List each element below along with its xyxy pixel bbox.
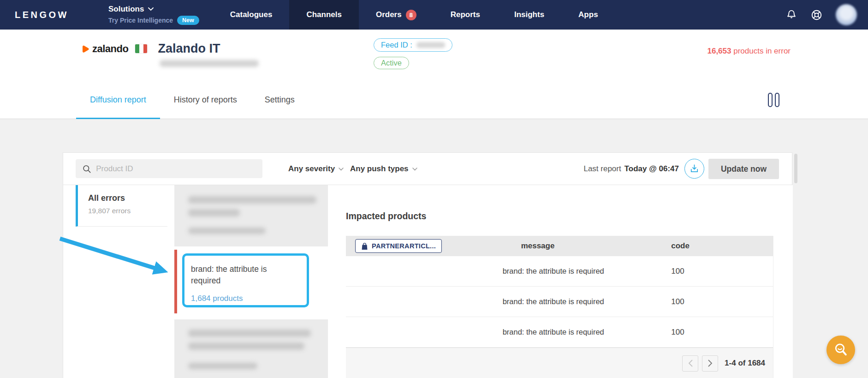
channel-header: zalando Zalando IT Feed ID : Active 16,6… [0,30,868,81]
blurred-error-text [188,330,311,337]
solutions-subtitle: Try Price Intelligence [108,17,173,24]
tabs-bar: Diffusion report History of reports Sett… [0,81,868,119]
product-column-selector[interactable]: PARTNERARTICL... [355,239,442,253]
error-suffix: products in error [733,47,791,55]
row-message: brand: the attribute is required [503,267,671,276]
table-pagination: 1-4 of 1684 [346,348,773,378]
zalando-play-icon [81,45,89,53]
row-code: 100 [670,297,773,306]
pagination-range: 1-4 of 1684 [725,359,765,368]
error-list: brand: the attribute is required 1,684 p… [174,185,329,378]
help-button[interactable] [810,9,823,21]
page-title: Zalando IT [158,42,220,56]
pause-icon [768,93,773,107]
download-report-button[interactable] [684,159,704,179]
impacted-products-table: PARTNERARTICL... message code brand: the… [346,236,773,378]
column-header-code: code [670,241,773,251]
nav-item-reports[interactable]: Reports [434,0,497,30]
main-nav: Solutions Try Price Intelligence New Cat… [95,0,615,30]
row-code: 100 [670,267,773,276]
nav-item-solutions[interactable]: Solutions Try Price Intelligence New [95,0,213,30]
lifesaver-icon [810,9,823,21]
search-box [76,159,262,178]
error-count: 16,653 [707,47,731,55]
impacted-products-heading: Impacted products [346,211,426,222]
search-icon [82,164,91,174]
error-card-title: brand: the attribute is required [191,264,297,287]
nav-item-channels[interactable]: Channels [289,0,359,30]
nav-item-orders[interactable]: Orders 8 [359,0,434,30]
navbar-right [785,0,868,30]
chevron-down-icon [339,168,344,171]
zalando-logo: zalando [81,43,128,55]
magnifier-smile-icon [833,342,849,358]
tab-diffusion-report[interactable]: Diffusion report [76,81,160,119]
row-message: brand: the attribute is required [503,297,671,306]
diffusion-report-panel: Any severity Any push types Last report … [63,152,792,378]
chevron-right-icon [708,360,713,367]
tab-history-of-reports[interactable]: History of reports [160,81,251,119]
scrollbar-thumb[interactable] [794,154,797,183]
tab-settings[interactable]: Settings [251,81,309,119]
new-badge: New [177,16,199,25]
product-id-search-input[interactable] [96,164,256,174]
chevron-left-icon [688,360,693,367]
row-code: 100 [670,328,773,337]
nav-item-apps[interactable]: Apps [561,0,615,30]
chevron-down-icon [148,7,154,11]
user-avatar[interactable] [836,4,857,25]
blurred-feed-id-value [416,42,445,48]
all-errors-count: 19,807 errors [88,207,167,215]
impacted-products-section: Impacted products PARTNERARTICL... messa… [329,185,793,378]
last-report-label: Last report [583,164,621,174]
blurred-error-text [188,209,240,216]
solutions-label: Solutions [108,5,144,14]
column-header-message: message [503,241,671,251]
italy-flag-icon [135,44,147,53]
filter-bar: Any severity Any push types Last report … [63,153,792,185]
nav-item-catalogues[interactable]: Catalogues [213,0,290,30]
table-header-row: PARTNERARTICL... message code [346,236,773,256]
severity-filter-dropdown[interactable]: Any severity [288,153,344,185]
shopping-bag-icon [361,242,368,250]
prev-page-button[interactable] [682,355,698,372]
feed-id-label: Feed ID : [381,41,412,49]
orders-count-badge: 8 [406,10,416,20]
last-report-value: Today @ 06:47 [624,164,679,174]
sidebar-item-all-errors[interactable]: All errors 19,807 errors [76,185,167,227]
blurred-products-link [188,363,257,369]
error-card-blurred[interactable] [174,185,328,246]
table-row: brand: the attribute is required 100 [346,256,773,287]
support-chat-button[interactable] [826,336,855,364]
blurred-products-link [188,228,266,234]
feed-id-pill: Feed ID : [374,38,452,52]
products-in-error: 16,653 products in error [707,47,791,56]
next-page-button[interactable] [702,355,718,372]
all-errors-label: All errors [88,193,167,203]
blurred-error-text [188,342,304,350]
download-icon [689,163,700,174]
error-card-products-link[interactable]: 1,684 products [191,294,243,303]
blurred-error-text [188,196,316,204]
errors-sidebar: All errors 19,807 errors [76,185,167,378]
error-card-blurred[interactable] [174,319,328,378]
lengow-logo[interactable]: LENGOW [0,0,95,30]
status-pill: Active [374,57,409,69]
last-report-info: Last report Today @ 06:47 [583,153,679,185]
table-row: brand: the attribute is required 100 [346,317,773,348]
pause-diffusion-button[interactable] [768,93,779,107]
error-card-brand-required[interactable]: brand: the attribute is required 1,684 p… [174,250,328,313]
row-message: brand: the attribute is required [503,328,671,336]
bell-icon [785,9,797,21]
push-types-filter-dropdown[interactable]: Any push types [350,153,417,185]
nav-item-insights[interactable]: Insights [497,0,561,30]
update-now-button[interactable]: Update now [708,159,779,179]
table-row: brand: the attribute is required 100 [346,287,773,317]
notifications-button[interactable] [785,9,797,21]
pause-icon [775,93,779,107]
chevron-down-icon [412,168,417,171]
top-navbar: LENGOW Solutions Try Price Intelligence … [0,0,868,30]
blurred-channel-details [160,60,259,67]
